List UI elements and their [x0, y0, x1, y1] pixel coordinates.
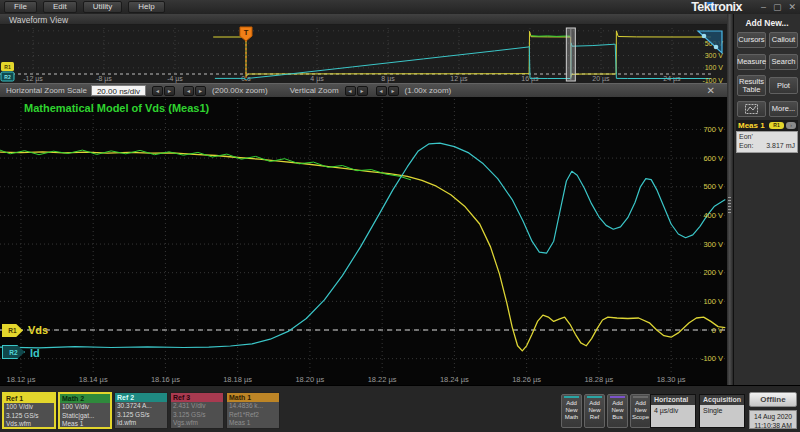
overview-ref2-chip-label: R2: [4, 74, 11, 80]
vertical-zoom-factor: (1.00x zoom): [405, 86, 452, 95]
overview-x-tick-label: 12 µs: [450, 75, 468, 83]
splitter-grip-icon[interactable]: [728, 197, 731, 213]
v-zoom-increase-button[interactable]: ►: [357, 86, 368, 96]
vertical-zoom-label: Vertical Zoom: [290, 86, 339, 95]
badge-math1[interactable]: Math 1 14.4836 k... Ref1*Ref2 Meas 1: [226, 392, 280, 429]
badge-math1-row: 14.4836 k...: [227, 402, 279, 411]
cursors-button[interactable]: Cursors: [737, 32, 766, 48]
ref-stripe: [587, 396, 602, 398]
results-table-button[interactable]: Results Table: [737, 75, 766, 96]
menu-file[interactable]: File: [4, 1, 37, 13]
math-stripe: [564, 396, 579, 398]
bus-stripe: [610, 396, 625, 398]
h-zoom-step-buttons: ◄ ►: [152, 86, 175, 96]
overview-x-tick-label: 20 µs: [592, 75, 610, 83]
main-v-tick-label: 500 V: [703, 182, 723, 191]
main-x-tick-label: 18.24 µs: [440, 375, 469, 384]
badge-math2[interactable]: Math 2 100 V/div Static|gat... Meas 1: [58, 392, 112, 429]
h-zoom-fine-right-button[interactable]: ►: [195, 86, 206, 96]
badge-ref3[interactable]: Ref 3 2.431 V/div 3.125 GS/s Vgs.wfm: [170, 392, 224, 429]
meas1-name: Meas 1: [738, 121, 767, 130]
h-zoom-increase-button[interactable]: ►: [164, 86, 175, 96]
meas1-body: Eon' Eon: 3.817 mJ: [736, 131, 798, 153]
overview-x-tick-label: -8 µs: [96, 75, 112, 83]
horizontal-settings-panel[interactable]: Horizontal 4 µs/div: [650, 394, 696, 428]
h-zoom-fine-buttons: ◄ ►: [183, 86, 206, 96]
overview-x-tick-label: 24 µs: [663, 75, 681, 83]
add-new-math-button[interactable]: Add New Math: [561, 394, 582, 428]
id-trace-label: Id: [30, 347, 40, 359]
overview-x-tick-label: 8 µs: [381, 75, 395, 83]
math-model-annotation: Mathematical Model of Vds (Meas1): [24, 102, 209, 114]
overview-plot: -12 µs-8 µs-4 µs0 s4 µs8 µs12 µs16 µs20 …: [0, 25, 727, 83]
time-value: 11:10:38 AM: [750, 421, 796, 430]
badge-ref2[interactable]: Ref 2 30.3724 A... 3.125 GS/s Id.wfm: [114, 392, 168, 429]
h-zoom-decrease-button[interactable]: ◄: [152, 86, 163, 96]
draw-a-box-icon: [745, 104, 758, 114]
badge-ref1[interactable]: Ref 1 100 V/div 3.125 GS/s Vds.wfm: [2, 392, 56, 429]
v-zoom-fine-right-button[interactable]: ►: [388, 86, 399, 96]
callout-button[interactable]: Callout: [769, 32, 798, 48]
meas1-header: Meas 1 R1 ›: [736, 120, 798, 131]
menu-utility[interactable]: Utility: [83, 1, 123, 13]
badge-ref2-title: Ref 2: [115, 393, 167, 402]
restore-icon[interactable]: ▢: [773, 1, 782, 13]
horizontal-zoom-label: Horizontal Zoom Scale: [6, 86, 87, 95]
meas1-expander-icon[interactable]: ›: [786, 122, 796, 129]
waveform-view-title: Waveform View: [0, 14, 727, 25]
main-x-tick-label: 18.22 µs: [368, 375, 397, 384]
offline-button[interactable]: Offline: [749, 392, 797, 407]
overview-zoom-triangle-icon[interactable]: [698, 31, 722, 53]
menu-edit[interactable]: Edit: [43, 1, 77, 13]
badge-math2-title: Math 2: [60, 394, 110, 403]
math-model-overview: [531, 36, 570, 37]
vds-trace: [0, 152, 725, 351]
badge-ref1-row: Vds.wfm: [4, 420, 54, 429]
add-new-bus-button[interactable]: Add New Bus: [607, 394, 628, 428]
zoom-view-close-icon[interactable]: ✕: [707, 85, 721, 97]
main-x-tick-label: 18.20 µs: [295, 375, 324, 384]
draw-a-box-button[interactable]: [737, 101, 766, 117]
badge-math1-row: Meas 1: [227, 419, 279, 428]
main-v-tick-label: 200 V: [703, 268, 723, 277]
main-x-tick-label: 18.26 µs: [512, 375, 541, 384]
meas1-result-badge[interactable]: Meas 1 R1 › Eon' Eon: 3.817 mJ: [736, 120, 798, 153]
badge-ref3-title: Ref 3: [171, 393, 223, 402]
acquisition-panel-title: Acquisition: [700, 395, 744, 405]
v-zoom-fine-left-button[interactable]: ◄: [376, 86, 387, 96]
math-model-trace: [0, 150, 411, 180]
results-bar: Add New... Cursors Callout Measure Searc…: [733, 14, 800, 385]
main-graticule[interactable]: 18.12 µs18.14 µs18.16 µs18.18 µs18.20 µs…: [0, 97, 727, 385]
main-v-tick-label: 0 V: [712, 326, 723, 335]
plot-button[interactable]: Plot: [769, 77, 798, 94]
badge-ref3-row: 2.431 V/div: [171, 402, 223, 411]
main-v-tick-label: 600 V: [703, 154, 723, 163]
search-button[interactable]: Search: [769, 54, 798, 70]
zoom-handle-dot-icon: [702, 34, 707, 39]
horizontal-panel-title: Horizontal: [651, 395, 695, 405]
overview-graticule[interactable]: -12 µs-8 µs-4 µs0 s4 µs8 µs12 µs16 µs20 …: [0, 25, 727, 83]
overview-x-tick-label: -4 µs: [167, 75, 183, 83]
window-controls: – ▢ ✕: [761, 1, 796, 13]
main-v-tick-label: 100 V: [703, 297, 723, 306]
badge-ref1-row: 3.125 GS/s: [4, 412, 54, 421]
main-v-tick-label: 400 V: [703, 211, 723, 220]
close-icon[interactable]: ✕: [788, 1, 796, 13]
v-zoom-decrease-button[interactable]: ◄: [345, 86, 356, 96]
measure-button[interactable]: Measure: [737, 54, 766, 70]
horizontal-zoom-scale-input[interactable]: 20.00 ns/div: [91, 85, 146, 96]
main-x-tick-label: 18.30 µs: [657, 375, 686, 384]
menu-help[interactable]: Help: [128, 1, 164, 13]
main-x-tick-label: 18.14 µs: [79, 375, 108, 384]
badge-ref3-row: Vgs.wfm: [171, 419, 223, 428]
add-new-ref-button[interactable]: Add New Ref: [584, 394, 605, 428]
add-new-scope-button[interactable]: Add New Scope: [630, 394, 651, 428]
acquisition-settings-panel[interactable]: Acquisition Single: [699, 394, 745, 428]
badge-math2-row: 100 V/div: [60, 403, 110, 412]
date-value: 14 Aug 2020: [750, 412, 796, 421]
h-zoom-fine-left-button[interactable]: ◄: [183, 86, 194, 96]
main-v-tick-label: -100 V: [701, 354, 723, 363]
more-button[interactable]: More...: [769, 101, 798, 117]
settings-bar: Ref 1 100 V/div 3.125 GS/s Vds.wfm Math …: [0, 385, 800, 432]
minimize-icon[interactable]: –: [761, 1, 766, 13]
